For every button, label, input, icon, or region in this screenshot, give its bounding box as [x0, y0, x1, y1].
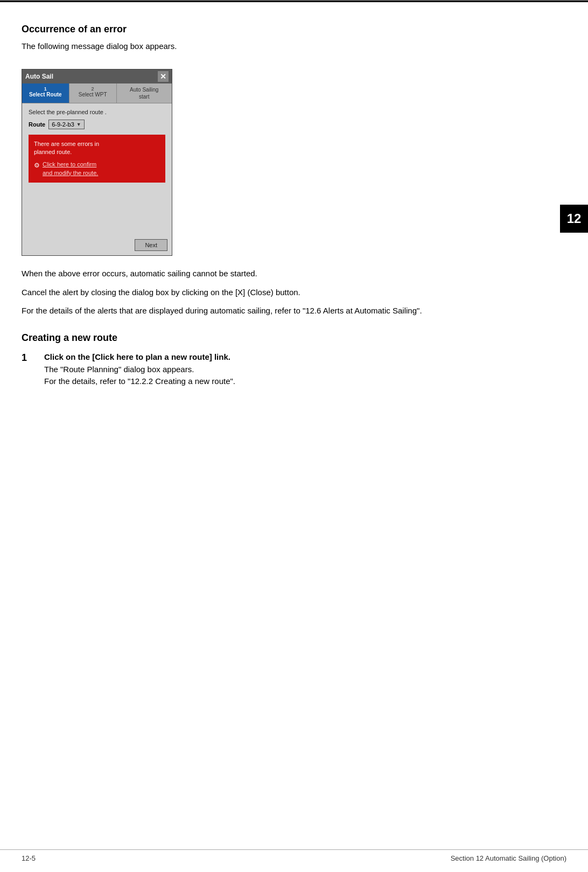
dialog-wrapper: Auto Sail ✕ 1 Select Route 2 Select WPT …	[22, 69, 172, 256]
step-tab-1[interactable]: 1 Select Route	[22, 83, 69, 103]
route-value: 6-9-2-b3	[52, 121, 74, 128]
section-occurrence-title: Occurrence of an error	[22, 24, 463, 35]
para1: When the above error occurs, automatic s…	[22, 268, 463, 280]
tab2-num: 2	[72, 86, 114, 92]
step-tab-right: Auto Sailingstart	[117, 83, 172, 103]
step-tabs: 1 Select Route 2 Select WPT Auto Sailing…	[22, 83, 172, 103]
error-message: There are some errors inplanned route.	[34, 140, 160, 157]
dialog-box: Auto Sail ✕ 1 Select Route 2 Select WPT …	[22, 69, 172, 256]
para3: For the details of the alerts that are d…	[22, 305, 463, 317]
next-button[interactable]: Next	[135, 239, 167, 251]
error-confirm-link[interactable]: Click here to confirmand modify the rout…	[43, 161, 98, 177]
dialog-title: Auto Sail	[25, 73, 53, 80]
step-tab-2[interactable]: 2 Select WPT	[69, 83, 117, 103]
route-row: Route 6-9-2-b3 ▼	[29, 120, 165, 129]
route-instruction: Select the pre-planned route .	[29, 109, 165, 115]
creating-title: Creating a new route	[22, 332, 463, 344]
section-badge: 12	[560, 205, 588, 233]
tab-right-label: Auto Sailingstart	[130, 87, 158, 100]
tab2-label: Select WPT	[79, 92, 107, 97]
tab1-label: Select Route	[29, 92, 62, 97]
para2: Cancel the alert by closing the dialog b…	[22, 287, 463, 299]
footer-page-number: 12-5	[22, 854, 36, 862]
dialog-close-button[interactable]: ✕	[158, 71, 169, 82]
error-box: There are some errors inplanned route. ⚙…	[29, 135, 165, 183]
step1-number: 1	[22, 352, 34, 364]
page-footer: 12-5 Section 12 Automatic Sailing (Optio…	[0, 849, 588, 862]
step1-desc2: For the details, refer to "12.2.2 Creati…	[44, 375, 463, 388]
occurrence-intro: The following message dialog box appears…	[22, 40, 463, 53]
step1-desc1: The "Route Planning" dialog box appears.	[44, 364, 463, 376]
error-link-icon: ⚙	[34, 161, 40, 170]
footer-section: Section 12 Automatic Sailing (Option)	[451, 854, 566, 862]
error-link-row: ⚙ Click here to confirmand modify the ro…	[34, 161, 160, 177]
dropdown-arrow-icon: ▼	[76, 122, 81, 127]
dialog-body: Select the pre-planned route . Route 6-9…	[22, 103, 172, 237]
step1-content: Click on the [Click here to plan a new r…	[44, 352, 463, 388]
dialog-footer: Next	[22, 236, 172, 255]
route-dropdown[interactable]: 6-9-2-b3 ▼	[48, 120, 85, 129]
route-label: Route	[29, 121, 45, 128]
dialog-empty-area	[29, 188, 165, 231]
step1-bold: Click on the [Click here to plan a new r…	[44, 352, 463, 361]
step-1: 1 Click on the [Click here to plan a new…	[22, 352, 463, 388]
dialog-titlebar: Auto Sail ✕	[22, 69, 172, 83]
tab1-num: 1	[24, 86, 67, 92]
